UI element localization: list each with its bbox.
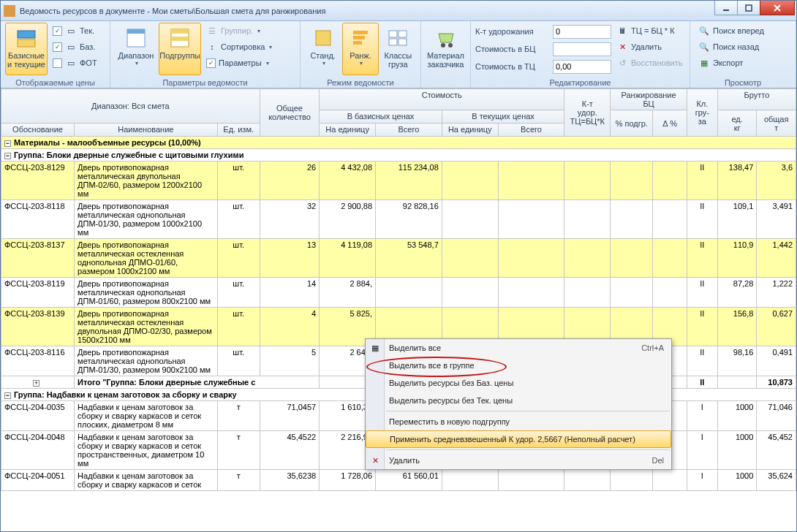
chevron-down-icon: ▾ (269, 44, 272, 50)
green-layer-icon: ▭ (65, 41, 77, 53)
checkbox-icon: ✓ (206, 58, 216, 68)
params-button[interactable]: ✓Параметры▾ (203, 55, 276, 71)
sbc-field: Стоимость в БЦ (475, 41, 611, 57)
x-icon: ✕ (369, 455, 381, 466)
sbc-input[interactable] (553, 42, 611, 56)
grid[interactable]: Диапазон: Вся смета Общее количество Сто… (1, 88, 796, 531)
layers-icon (15, 26, 38, 50)
group-icon: ☰ (206, 25, 218, 37)
chevron-down-icon: ▾ (360, 60, 363, 66)
checkbox-icon (53, 58, 62, 68)
window-title: Ведомость ресурсов в документе - Мои сме… (20, 7, 325, 15)
orange-layer-icon: ▭ (65, 57, 77, 69)
chevron-down-icon: ▾ (322, 60, 325, 66)
ctx-select-notek[interactable]: Выделить ресурсы без Тек. цены (366, 392, 671, 409)
table-row[interactable]: ФССЦ-203-8137Дверь противопожарная метал… (1, 239, 796, 278)
x-icon: ✕ (616, 41, 628, 53)
svg-rect-18 (398, 39, 407, 45)
delete-button[interactable]: ✕Удалить (613, 39, 686, 55)
section-row[interactable]: −Материалы - малообъемные ресурсы (10,00… (1, 137, 796, 149)
tcbc-button[interactable]: 🖩ТЦ = БЦ * К (613, 23, 686, 39)
cart-icon (434, 26, 458, 50)
fot-check[interactable]: ▭ФОТ (49, 55, 101, 71)
table-row[interactable]: ФССЦ-204-0051Надбавки к ценам заготовок … (1, 470, 796, 491)
base-current-button[interactable]: Базисные и текущие (5, 23, 48, 75)
blue-layer-icon: ▭ (65, 25, 77, 37)
svg-rect-1 (746, 5, 752, 11)
svg-rect-15 (389, 31, 397, 37)
grid-header: Диапазон: Вся смета Общее количество Сто… (1, 89, 796, 137)
tek-check[interactable]: ✓▭Тек. (49, 23, 101, 39)
select-icon: ▦ (369, 342, 381, 354)
table-row[interactable]: ФССЦ-203-8129Дверь противопожарная метал… (1, 162, 796, 200)
svg-rect-5 (18, 39, 35, 47)
search-fwd[interactable]: 🔍Поиск вперед (695, 23, 768, 39)
svg-rect-17 (389, 39, 397, 45)
klass-button[interactable]: Классы груза (380, 23, 416, 75)
checkbox-icon: ✓ (53, 42, 62, 52)
range-icon (124, 26, 148, 50)
sort-button[interactable]: ↕Сортировка▾ (203, 39, 276, 55)
export-button[interactable]: ▦Экспорт (695, 55, 768, 71)
ribbon: Базисные и текущие ✓▭Тек. ✓▭Баз. ▭ФОТ От… (1, 21, 796, 88)
kudor-input[interactable] (553, 25, 611, 39)
group-row[interactable]: −Группа: Блоки дверные служебные с щитов… (1, 149, 796, 162)
chevron-down-icon: ▾ (257, 28, 260, 34)
calc-icon: 🖩 (616, 25, 628, 37)
svg-rect-9 (171, 29, 189, 34)
chevron-down-icon: ▾ (135, 60, 138, 66)
baz-check[interactable]: ✓▭Баз. (49, 39, 101, 55)
svg-rect-12 (353, 31, 368, 34)
ranzh-button[interactable]: Ранж.▾ (342, 23, 378, 75)
svg-rect-11 (316, 31, 330, 45)
context-menu: ▦Выделить всеCtrl+A Выделить все в групп… (365, 338, 672, 470)
ctx-select-nobaz[interactable]: Выделить ресурсы без Баз. цены (366, 374, 671, 392)
hdr-diapazon: Диапазон: Вся смета (1, 89, 260, 123)
material-button[interactable]: Материал заказчика (426, 23, 466, 75)
ctx-select-group[interactable]: Выделить все в группе (366, 357, 671, 374)
svg-rect-13 (353, 36, 365, 39)
sort-icon: ↕ (206, 41, 218, 53)
svg-rect-10 (171, 37, 189, 41)
standard-icon (311, 26, 335, 50)
maximize-button[interactable] (737, 1, 760, 15)
app-icon (4, 5, 15, 17)
diapazon-button[interactable]: Диапазон▾ (115, 23, 157, 75)
restore-button[interactable]: ↺Восстановить (613, 55, 686, 71)
table-row[interactable]: ФССЦ-203-8118Дверь противопожарная метал… (1, 200, 796, 239)
ctx-move[interactable]: Переместить в новую подгруппу (366, 413, 671, 430)
close-button[interactable] (760, 1, 795, 15)
svg-rect-14 (353, 41, 362, 45)
search-back[interactable]: 🔍Поиск назад (695, 39, 768, 55)
app-window: Ведомость ресурсов в документе - Мои сме… (0, 0, 797, 532)
chevron-down-icon: ▾ (266, 60, 269, 66)
subgroups-icon (168, 26, 192, 50)
ctx-apply[interactable]: Применить средневзвешенный К удор. 2,566… (366, 430, 671, 448)
ctx-select-all[interactable]: ▦Выделить всеCtrl+A (366, 339, 671, 357)
kudor-field: К-т удорожания (475, 23, 611, 39)
gruppir-button[interactable]: ☰Группир.▾ (203, 23, 276, 39)
podgruppy-button[interactable]: Подгруппы (159, 23, 201, 75)
search-icon: 🔍 (698, 41, 710, 53)
svg-rect-7 (127, 29, 145, 34)
checkbox-icon: ✓ (53, 26, 62, 36)
svg-point-20 (448, 43, 453, 48)
ctx-delete[interactable]: ✕УдалитьDel (366, 452, 671, 469)
svg-rect-16 (398, 31, 407, 37)
standard-button[interactable]: Станд.▾ (305, 23, 341, 75)
search-icon: 🔍 (698, 25, 710, 37)
titlebar: Ведомость ресурсов в документе - Мои сме… (1, 1, 796, 21)
window-buttons (715, 1, 795, 15)
restore-icon: ↺ (616, 57, 628, 69)
stc-input[interactable] (553, 60, 611, 74)
excel-icon: ▦ (698, 57, 710, 69)
table-row[interactable]: ФССЦ-203-8119Дверь противопожарная метал… (1, 278, 796, 308)
stc-field: Стоимость в ТЦ (475, 58, 611, 75)
rank-icon (349, 26, 372, 50)
class-icon (386, 26, 409, 50)
svg-rect-4 (18, 31, 35, 38)
minimize-button[interactable] (714, 1, 738, 15)
svg-point-19 (441, 43, 445, 48)
